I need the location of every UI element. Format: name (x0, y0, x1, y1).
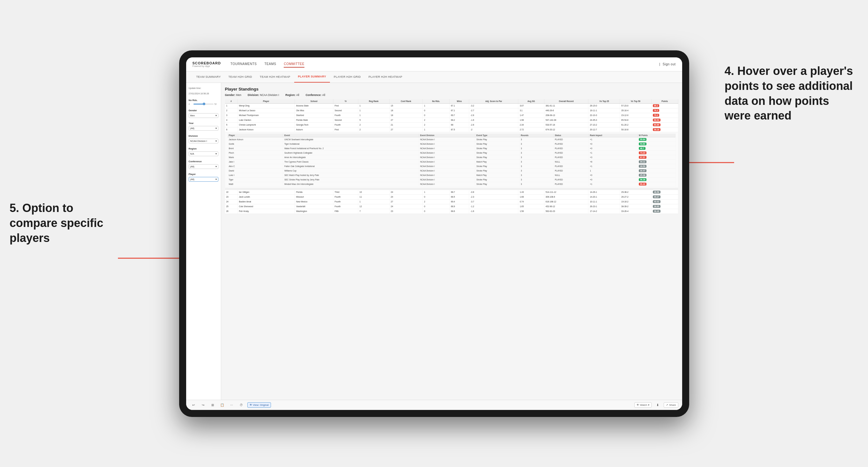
expanded-cell: Player Event Event Division Event Type R… (225, 132, 678, 188)
exp-cell-division: NCAA Division I (418, 173, 475, 177)
cell-points[interactable]: 88.2 (651, 103, 678, 108)
exp-cell-rank-impact: +1 (588, 151, 637, 155)
cell-avg-sg: 2.34 (518, 122, 544, 127)
toolbar-share-btn[interactable]: ↗ Share (664, 402, 678, 408)
exp-cell-status: PLAYED (553, 142, 588, 146)
cell-wins: 67.1 (450, 108, 469, 113)
cell-player-name[interactable]: Jackson Koivun (238, 127, 294, 132)
table-row: 23 Jack Lundin Missouri Fourth 11 24 0 6… (225, 194, 678, 199)
exp-cell-division: NCAA Division I (418, 142, 475, 146)
exp-cell-rounds: 3 (519, 182, 553, 186)
sidebar-conference-label: Conference (189, 160, 218, 163)
cell-points[interactable]: 60.89 (651, 122, 678, 127)
sidebar-conference-select[interactable]: (All) ▾ (189, 164, 218, 169)
cell-no-rds: 1 (423, 127, 450, 132)
cell-points[interactable]: 70.2 (651, 113, 678, 118)
cell-player-name[interactable]: Ian Gilligan (238, 190, 294, 194)
cell-avg-sg: 0.74 (518, 199, 544, 204)
sub-nav-team-h2h-grid[interactable]: TEAM H2H GRID (224, 71, 256, 83)
toolbar-copy[interactable]: ⊞ (209, 401, 216, 408)
points-badge[interactable]: 58.18 (653, 128, 660, 131)
exp-cell-player: Jake I (227, 159, 283, 164)
points-badge[interactable]: 76.3 (653, 109, 659, 112)
col-vs-top50: Vs Top 50 (620, 99, 652, 103)
bottom-toolbar: ↩ ↪ ⊞ 📋 ··· ⏱ 👁 View: Original 👁 Watch ▾… (186, 400, 682, 410)
cell-player-name[interactable]: Michael La Sasso (238, 108, 294, 113)
cell-vs-top50: 23-12-0 (620, 113, 652, 118)
exp-cell-rounds: 3 (519, 146, 553, 151)
nav-signout[interactable]: Sign out (663, 61, 676, 67)
slider-bar[interactable] (193, 103, 214, 104)
sidebar-gender-select[interactable]: Men ▾ (189, 113, 218, 118)
points-badge[interactable]: 38.49 (653, 210, 660, 213)
cell-points[interactable]: 40.27 (651, 194, 678, 199)
toolbar-watch-label: Watch (640, 404, 647, 406)
exp-cell-event: SEC Stroke Play hosted by Jerry Pate (283, 177, 418, 182)
cell-player-name[interactable]: Jack Lundin (238, 194, 294, 199)
toolbar-clock[interactable]: ⏱ (238, 401, 245, 408)
cell-player-name[interactable]: Christo Lamprecht (238, 122, 294, 127)
annotation-right-text: Hover over a player's points to see addi… (724, 64, 853, 122)
toolbar-download[interactable]: ⬇ (654, 401, 661, 408)
exp-cell-player: David (227, 168, 283, 173)
sub-nav-player-h2h-grid[interactable]: PLAYER H2H GRID (330, 71, 365, 83)
points-badge[interactable]: 38.95 (653, 205, 660, 208)
sub-nav-player-h2h-heatmap[interactable]: PLAYER H2H HEATMAP (365, 71, 406, 83)
nav-link-committee[interactable]: COMMITTEE (284, 61, 304, 68)
toolbar-undo[interactable]: ↩ (190, 401, 197, 408)
sidebar-year-select[interactable]: (All) ▾ (189, 126, 218, 131)
points-badge[interactable]: 60.89 (653, 123, 660, 126)
cell-reg-rank: 1 (358, 103, 389, 108)
exp-points-badge: 34.11 (639, 160, 647, 163)
exp-cell-division: NCAA Division I (418, 146, 475, 151)
exp-cell-rank-impact: +0 (588, 142, 637, 146)
cell-points[interactable]: 68.94 (651, 118, 678, 122)
cell-player-name[interactable]: Petr Hruby (238, 209, 294, 214)
sub-nav-player-summary[interactable]: PLAYER SUMMARY (294, 71, 330, 83)
toolbar-redo[interactable]: ↪ (199, 401, 207, 408)
points-badge[interactable]: 40.27 (653, 195, 660, 198)
sidebar-player-select[interactable]: (All) ▾ (189, 177, 218, 182)
cell-points[interactable]: 48.58 (651, 190, 678, 194)
sidebar-region-section: Region N/A ▾ (189, 147, 218, 156)
points-badge[interactable]: 68.94 (653, 119, 660, 121)
slider-container: 4 52 (189, 103, 218, 105)
cell-conf-rank: 18 (389, 113, 422, 118)
cell-yr: Second (333, 118, 358, 122)
points-badge[interactable]: 88.2 (653, 104, 659, 107)
sub-nav-team-summary[interactable]: TEAM SUMMARY (192, 71, 225, 83)
cell-rank: 26 (225, 209, 238, 214)
cell-points[interactable]: 40.02 (651, 199, 678, 204)
sidebar-region-select[interactable]: N/A ▾ (189, 151, 218, 156)
sidebar-division-select[interactable]: NCAA Division I ▾ (189, 139, 218, 144)
cell-school: Vanderbilt (295, 204, 334, 209)
col-points: Points (651, 99, 678, 103)
tablet-frame: SCOREBOARD Powered by clippi TOURNAMENTS… (179, 50, 689, 417)
cell-player-name[interactable]: Luke Clanton (238, 118, 294, 122)
points-badge[interactable]: 48.58 (653, 191, 660, 193)
points-badge[interactable]: 40.02 (653, 200, 660, 203)
toolbar-more[interactable]: ··· (228, 401, 235, 408)
cell-points[interactable]: 38.49 (651, 209, 678, 214)
exp-cell-type: Stroke Play (475, 168, 519, 173)
chevron-down-icon-conference: ▾ (216, 165, 217, 168)
cell-vs-top50: 29-38-2 (620, 190, 652, 194)
cell-player-name[interactable]: Bastien Amat (238, 199, 294, 204)
cell-points[interactable]: 38.95 (651, 204, 678, 209)
cell-player-name[interactable]: Wenyi Ding (238, 103, 294, 108)
sub-nav-team-h2h-heatmap[interactable]: TEAM H2H HEATMAP (256, 71, 294, 83)
nav-link-teams[interactable]: TEAMS (265, 61, 276, 68)
cell-player-name[interactable]: Michael Thorbjornsen (238, 113, 294, 118)
cell-player-name[interactable]: Cole Sherwood (238, 204, 294, 209)
cell-points[interactable]: 58.18 (651, 127, 678, 132)
exp-cell-type: Stroke Play (475, 142, 519, 146)
points-badge[interactable]: 70.2 (653, 114, 659, 117)
nav-link-tournaments[interactable]: TOURNAMENTS (230, 61, 257, 68)
cell-points[interactable]: 76.3 (651, 108, 678, 113)
expanded-event-row: David Williams Cup NCAA Division I Strok… (227, 168, 676, 173)
sidebar-update-section: Update time: 27/01/2024 16:56:26 (189, 87, 218, 95)
toolbar-view-btn[interactable]: 👁 View: Original (247, 402, 271, 408)
toolbar-paste[interactable]: 📋 (219, 401, 226, 408)
toolbar-watch-btn[interactable]: 👁 Watch ▾ (634, 402, 652, 408)
cell-no-rds: 0 (423, 108, 450, 113)
